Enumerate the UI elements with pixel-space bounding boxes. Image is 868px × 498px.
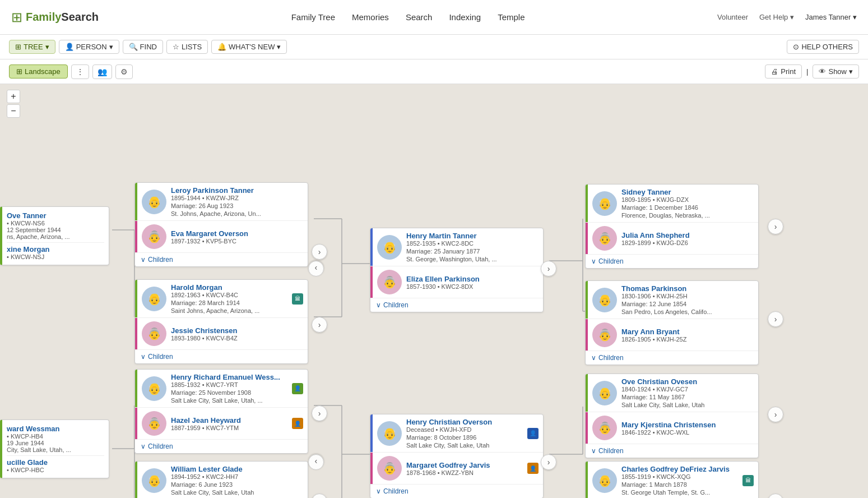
chevron-down-icon: ∨ bbox=[141, 256, 146, 264]
nav-arrow-leroy-right[interactable]: › bbox=[312, 244, 327, 260]
henry-christian-children-row[interactable]: ∨ Children bbox=[370, 484, 543, 498]
show-dropdown-icon: ▾ bbox=[849, 67, 853, 76]
ove-christian-avatar: 👴 bbox=[592, 381, 617, 405]
mary-kjerstina-person[interactable]: 👵 Mary Kjerstina Christensen 1846-1922 •… bbox=[586, 412, 758, 444]
tree-canvas: + − Ove Tanner • K bbox=[0, 84, 868, 498]
nav-arrow-harold-right[interactable]: › bbox=[312, 317, 327, 333]
nav-arrow-henry-christian-right[interactable]: › bbox=[541, 454, 556, 470]
edward-wessman-card[interactable]: ward Wessman • KWCP-HB4 19 June 1944 Cit… bbox=[0, 419, 109, 478]
zoom-out-button[interactable]: − bbox=[7, 104, 20, 118]
sidney-marriage-place: Florence, Douglas, Nebraska, ... bbox=[621, 212, 754, 219]
henry-christian-person[interactable]: 👴 Henry Christian Overson Deceased • KWJ… bbox=[370, 414, 543, 452]
settings-button[interactable]: ⚙ bbox=[115, 64, 133, 79]
print-button[interactable]: 🖨 Print bbox=[765, 64, 802, 79]
charles-person[interactable]: 👴 Charles Godfrey DeFriez Jarvis 1855-19… bbox=[586, 462, 758, 498]
henry-martin-person[interactable]: 👴 Henry Martin Tanner 1852-1935 • KWC2-8… bbox=[370, 228, 543, 266]
nav-arrow-william-right[interactable]: › bbox=[312, 494, 327, 498]
henry-martin-avatar: 👴 bbox=[377, 235, 402, 260]
thomas-person[interactable]: 👴 Thomas Parkinson 1830-1906 • KWJH-25H … bbox=[586, 281, 758, 319]
henry-richard-children-row[interactable]: ∨ Children bbox=[135, 439, 308, 453]
thomas-children-row[interactable]: ∨ Children bbox=[586, 351, 758, 365]
nav-arrow-henry-martin-right[interactable]: › bbox=[541, 261, 556, 276]
henry-richard-info: Henry Richard Emanuel Wess... 1885-1932 … bbox=[171, 373, 292, 404]
ove-christian-children-row[interactable]: ∨ Children bbox=[586, 444, 758, 458]
harold-person[interactable]: 👴 Harold Morgan 1892-1963 • KWCV-B4C Mar… bbox=[135, 280, 308, 317]
search-icon: 🔍 bbox=[129, 43, 138, 51]
eliza-person[interactable]: 👵 Eliza Ellen Parkinson 1857-1930 • KWC2… bbox=[370, 266, 543, 298]
henry-martin-children-label: Children bbox=[383, 301, 409, 309]
tree-view-button[interactable]: ⋮ bbox=[71, 64, 89, 79]
tree-label: TREE bbox=[24, 43, 43, 51]
find-button[interactable]: 🔍 FIND bbox=[123, 40, 163, 54]
volunteer-link[interactable]: Volunteer bbox=[717, 13, 748, 21]
eva-dates: 1897-1932 • KVP5-BYC bbox=[171, 238, 303, 245]
henry-richard-marriage: Marriage: 25 November 1908 bbox=[171, 389, 292, 396]
nav-memories[interactable]: Memories bbox=[352, 12, 389, 22]
henry-martin-dates: 1852-1935 • KWC2-8DC bbox=[406, 240, 539, 247]
henry-richard-person[interactable]: 👴 Henry Richard Emanuel Wess... 1885-193… bbox=[135, 370, 308, 407]
zoom-in-button[interactable]: + bbox=[7, 90, 20, 103]
nav-arrow-henry-richard-right[interactable]: › bbox=[312, 405, 327, 421]
people-view-button[interactable]: 👥 bbox=[92, 64, 112, 79]
nav-temple[interactable]: Temple bbox=[498, 12, 524, 22]
help-others-button[interactable]: ⊙ HELP OTHERS bbox=[787, 40, 859, 54]
user-menu[interactable]: James Tanner bbox=[805, 13, 857, 21]
harold-children-row[interactable]: ∨ Children bbox=[135, 349, 308, 363]
mary-kjerstina-dates: 1846-1922 • KWJC-WXL bbox=[621, 429, 754, 436]
ove-christian-person[interactable]: 👴 Ove Christian Ovesen 1840-1924 • KWJV-… bbox=[586, 374, 758, 412]
show-button[interactable]: 👁 Show ▾ bbox=[813, 64, 859, 79]
whats-new-button[interactable]: 🔔 WHAT'S NEW ▾ bbox=[211, 40, 287, 54]
tree-button[interactable]: ⊞ TREE ▾ bbox=[9, 40, 55, 54]
sidney-dates: 1809-1895 • KWJG-DZX bbox=[621, 196, 754, 203]
mary-ann-person[interactable]: 👵 Mary Ann Bryant 1826-1905 • KWJH-25Z bbox=[586, 319, 758, 351]
henry-richard-avatar: 👴 bbox=[142, 376, 166, 401]
nav-arrow-thomas-right[interactable]: › bbox=[768, 311, 783, 327]
margaret-godfrey-person[interactable]: 👵 Margaret Godfrey Jarvis 1878-1968 • KW… bbox=[370, 453, 543, 484]
sidney-name: Sidney Tanner bbox=[621, 188, 754, 196]
nav-arrow-charles-right[interactable]: › bbox=[768, 494, 783, 498]
landscape-button[interactable]: ⊞ Landscape bbox=[9, 64, 68, 79]
leroy-person[interactable]: 👴 Leroy Parkinson Tanner 1895-1944 • KWZ… bbox=[135, 183, 308, 220]
henry-richard-marriage-place: Salt Lake City, Salt Lake, Utah, ... bbox=[171, 397, 292, 404]
charles-info: Charles Godfrey DeFriez Jarvis 1855-1919… bbox=[621, 465, 742, 496]
sidney-children-row[interactable]: ∨ Children bbox=[586, 254, 758, 268]
get-help-link[interactable]: Get Help bbox=[759, 13, 794, 21]
star-icon: ☆ bbox=[173, 43, 179, 51]
mary-kjerstina-name: Mary Kjerstina Christensen bbox=[621, 421, 754, 429]
hazel-icon: 👤 bbox=[292, 418, 303, 429]
lists-button[interactable]: ☆ LISTS bbox=[166, 40, 208, 54]
sidney-person[interactable]: 👴 Sidney Tanner 1809-1895 • KWJG-DZX Mar… bbox=[586, 185, 758, 222]
eliza-info: Eliza Ellen Parkinson 1857-1930 • KWC2-8… bbox=[406, 275, 539, 290]
william-marriage-place: Salt Lake City, Salt Lake, Utah bbox=[171, 489, 303, 496]
logo-text: FamilySearch bbox=[26, 11, 99, 24]
nav-search[interactable]: Search bbox=[406, 12, 433, 22]
ove-tanner-card[interactable]: Ove Tanner • KWCW-NS6 12 September 1944 … bbox=[0, 206, 109, 265]
nav-arrow-leroy-left[interactable]: › bbox=[308, 261, 324, 276]
chevron-down-icon-6: ∨ bbox=[376, 487, 381, 495]
william-person[interactable]: 👴 William Lester Glade 1894-1952 • KWC2-… bbox=[135, 462, 308, 498]
jessie-person[interactable]: 👵 Jessie Christensen 1893-1980 • KWCV-B4… bbox=[135, 318, 308, 349]
find-label: FIND bbox=[140, 43, 157, 51]
nav-indexing[interactable]: Indexing bbox=[449, 12, 481, 22]
henry-christian-avatar: 👴 bbox=[377, 421, 402, 446]
leroy-children-label: Children bbox=[148, 256, 173, 264]
julia-person[interactable]: 👵 Julia Ann Shepherd 1829-1899 • KWJG-DZ… bbox=[586, 223, 758, 254]
nav-arrow-sidney-right[interactable]: › bbox=[768, 219, 783, 234]
nav-arrow-ove-right[interactable]: › bbox=[768, 407, 783, 422]
eliza-name: Eliza Ellen Parkinson bbox=[406, 275, 539, 283]
print-icon: 🖨 bbox=[771, 67, 778, 76]
henry-martin-children-row[interactable]: ∨ Children bbox=[370, 298, 543, 312]
edward-wessman-date: 19 June 1944 bbox=[7, 440, 104, 446]
hazel-avatar: 👵 bbox=[142, 411, 166, 436]
leroy-children-row[interactable]: ∨ Children bbox=[135, 252, 308, 266]
person-button[interactable]: 👤 PERSON ▾ bbox=[59, 40, 119, 54]
logo-area[interactable]: ⊞ FamilySearch bbox=[11, 10, 99, 25]
hazel-name: Hazel Jean Heyward bbox=[171, 416, 292, 425]
nav-family-tree[interactable]: Family Tree bbox=[291, 12, 335, 22]
eva-person[interactable]: 👵 Eva Margaret Overson 1897-1932 • KVP5-… bbox=[135, 221, 308, 252]
charles-name: Charles Godfrey DeFriez Jarvis bbox=[621, 465, 742, 473]
nav-arrow-henry-richard-left[interactable]: › bbox=[308, 454, 324, 470]
hazel-person[interactable]: 👵 Hazel Jean Heyward 1887-1959 • KWC7-YT… bbox=[135, 408, 308, 439]
help-icon: ⊙ bbox=[793, 43, 799, 51]
jessie-name: Jessie Christensen bbox=[171, 326, 303, 335]
